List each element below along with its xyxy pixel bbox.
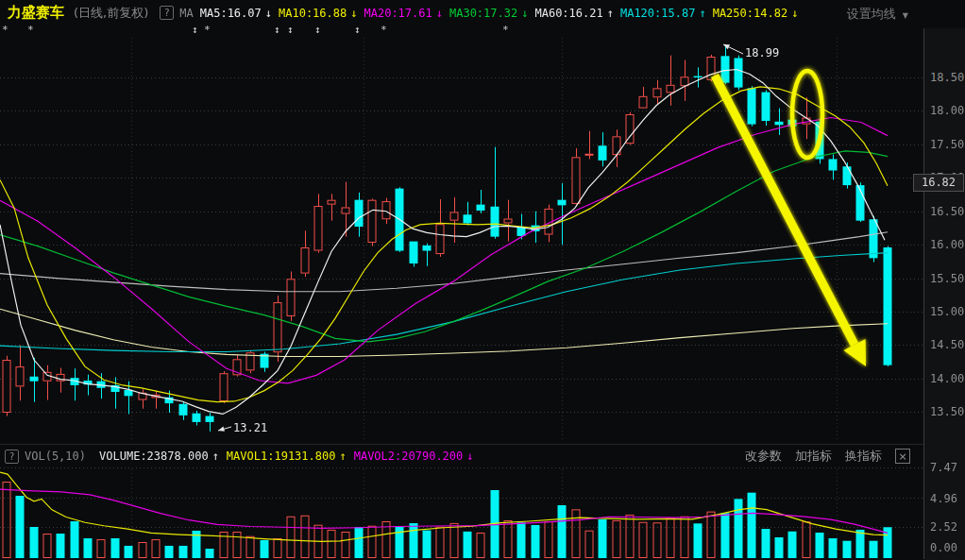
arrow-down-icon: ↓ <box>265 7 272 20</box>
switch-indicator-button[interactable]: 换指标 <box>845 448 882 465</box>
arrow-up-icon: ↑ <box>699 7 705 20</box>
mavol1-value: MAVOL1:19131.800 <box>227 450 336 463</box>
volume-arrow-icon: ↑ <box>212 450 219 463</box>
event-star-icon: * <box>381 24 387 36</box>
price-tick-17.50: 17.50 <box>930 138 964 151</box>
volume-tick-0.00: 0.00 <box>930 541 964 554</box>
chevron-down-icon: ▼ <box>903 11 908 20</box>
change-params-button[interactable]: 改参数 <box>745 448 782 465</box>
price-tick-14.00: 14.00 <box>930 372 964 385</box>
price-tick-16.50: 16.50 <box>930 205 964 218</box>
event-star-icon: * <box>204 24 211 36</box>
ma-value-3: MA20:17.61 <box>364 7 432 20</box>
ma-value-4: MA30:17.32 <box>449 7 517 20</box>
volume-tick-4.96: 4.96 <box>930 492 964 505</box>
event-star-icon: * <box>502 24 509 36</box>
top-bar: 力盛赛车 (日线,前复权) ? MA MA5:16.07↓MA10:16.88↓… <box>0 0 965 25</box>
ma-value-5: MA60:16.21 <box>534 7 602 20</box>
arrow-down-icon: ↓ <box>350 7 357 20</box>
ma-value-6: MA120:15.87 <box>620 7 695 20</box>
high-price-annotation: 18.99 <box>745 46 779 59</box>
ma-value-2: MA10:16.88 <box>279 7 347 20</box>
arrow-up-icon: ↑ <box>607 7 614 20</box>
help-icon[interactable]: ? <box>160 6 174 20</box>
period-label[interactable]: (日线,前复权) <box>74 5 148 22</box>
mavol2-arrow-icon: ↓ <box>466 450 473 463</box>
volume-indicator-name[interactable]: VOL(5,10) <box>25 450 86 463</box>
add-indicator-button[interactable]: 加指标 <box>795 448 832 465</box>
volume-toolbar: 改参数 加指标 换指标 × <box>745 448 910 465</box>
stock-name[interactable]: 力盛赛车 <box>8 4 64 22</box>
price-tick-18.50: 18.50 <box>930 71 964 84</box>
event-star-icon: * <box>27 24 34 36</box>
current-price-badge: 16.82 <box>913 174 964 192</box>
low-price-annotation: 13.21 <box>233 421 267 434</box>
mavol2-value: MAVOL2:20790.200 <box>354 450 464 463</box>
ma-prefix-label: MA <box>179 7 193 20</box>
ma-settings-dropdown[interactable]: 设置均线 ▼ <box>847 6 908 23</box>
volume-value: VOLUME:23878.000 <box>99 450 209 463</box>
price-tick-13.50: 13.50 <box>930 405 964 418</box>
stock-chart-app: 力盛赛车 (日线,前复权) ? MA MA5:16.07↓MA10:16.88↓… <box>0 0 965 560</box>
ma-value-7: MA250:14.82 <box>713 7 787 20</box>
help-icon[interactable]: ? <box>5 450 19 464</box>
ex-rights-marker-icon: ↕ <box>287 24 294 36</box>
ex-rights-marker-icon: ↕ <box>192 24 198 36</box>
kline-chart-canvas[interactable] <box>0 0 965 560</box>
price-tick-15.50: 15.50 <box>930 272 964 285</box>
event-star-icon: * <box>2 24 8 36</box>
close-icon[interactable]: × <box>895 449 910 464</box>
ma-value-1: MA5:16.07 <box>200 7 262 20</box>
price-tick-16.00: 16.00 <box>930 238 964 251</box>
price-tick-14.50: 14.50 <box>930 338 964 351</box>
mavol1-arrow-icon: ↑ <box>339 450 346 463</box>
volume-tick-2.52: 2.52 <box>930 520 964 534</box>
ex-rights-marker-icon: ↕ <box>314 24 321 36</box>
arrow-down-icon: ↓ <box>521 7 528 20</box>
ex-rights-marker-icon: ↕ <box>274 24 280 36</box>
price-tick-15.00: 15.00 <box>930 305 964 318</box>
arrow-down-icon: ↓ <box>436 7 443 20</box>
price-tick-18.00: 18.00 <box>930 104 964 117</box>
ex-rights-marker-icon: ↕ <box>354 24 361 36</box>
ma-settings-label: 设置均线 <box>847 7 896 21</box>
arrow-down-icon: ↓ <box>791 7 798 20</box>
ma-values-group: MA5:16.07↓MA10:16.88↓MA20:17.61↓MA30:17.… <box>194 7 799 20</box>
